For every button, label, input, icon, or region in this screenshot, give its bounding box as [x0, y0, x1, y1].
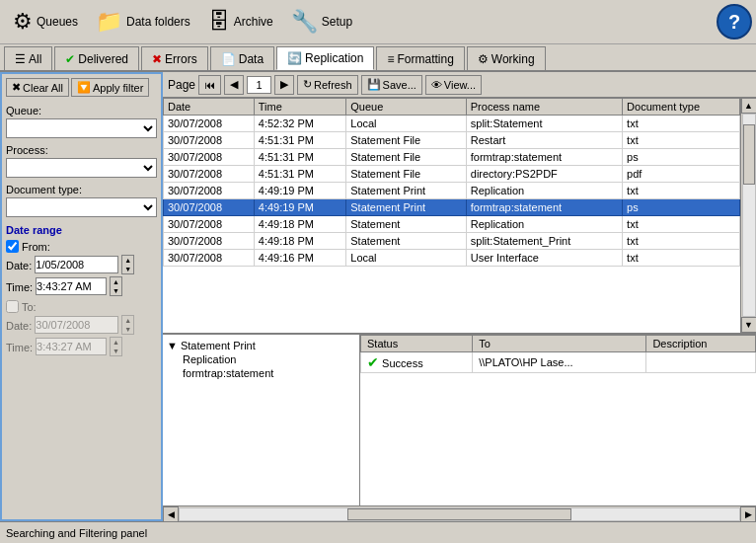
- from-time-spinner[interactable]: ▲▼: [110, 276, 122, 296]
- tab-all[interactable]: ☰ All: [4, 46, 52, 70]
- cell-process: Restart: [466, 132, 622, 149]
- scroll-up-button[interactable]: ▲: [741, 98, 757, 114]
- from-checkbox[interactable]: [6, 240, 19, 253]
- process-select[interactable]: [6, 158, 157, 178]
- save-button[interactable]: 💾 Save...: [361, 75, 422, 95]
- tab-working[interactable]: ⚙ Working: [467, 46, 546, 70]
- from-time-input[interactable]: [36, 277, 107, 295]
- view-button[interactable]: 👁 View...: [425, 75, 482, 95]
- clear-all-button[interactable]: ✖ Clear All: [6, 78, 69, 97]
- log-table-container[interactable]: Date Time Queue Process name Document ty…: [163, 98, 740, 333]
- help-button[interactable]: ?: [717, 4, 752, 39]
- cell-doctype: txt: [623, 233, 740, 250]
- doctype-section: Document type:: [6, 182, 157, 217]
- queues-button[interactable]: ⚙ Queues: [4, 3, 87, 40]
- date-range-header: Date range: [6, 224, 157, 236]
- to-date-input[interactable]: [35, 316, 118, 334]
- table-row[interactable]: 30/07/2008 4:49:19 PM Statement Print fo…: [164, 199, 740, 216]
- page-next-button[interactable]: ▶: [274, 75, 294, 95]
- from-date-spinner[interactable]: ▲▼: [121, 255, 134, 274]
- doctype-select[interactable]: [6, 197, 157, 217]
- table-row[interactable]: 30/07/2008 4:51:31 PM Statement File dir…: [164, 166, 740, 183]
- page-prev-button[interactable]: ◀: [224, 75, 244, 95]
- cell-date: 30/07/2008: [164, 183, 255, 199]
- filter-actions: ✖ Clear All 🔽 Apply filter: [6, 78, 157, 97]
- cell-queue: Statement: [346, 216, 467, 233]
- detail-status: ✔ Success: [361, 352, 473, 373]
- filter-panel: ✖ Clear All 🔽 Apply filter Queue: Proces…: [0, 72, 163, 521]
- scroll-down-button[interactable]: ▼: [741, 317, 757, 333]
- cell-doctype: ps: [623, 199, 740, 216]
- page-label: Page: [168, 78, 195, 92]
- cell-doctype: ps: [623, 149, 740, 166]
- apply-filter-button[interactable]: 🔽 Apply filter: [71, 78, 149, 97]
- tab-delivered[interactable]: ✔ Delivered: [54, 46, 139, 70]
- scroll-right-button[interactable]: ▶: [740, 506, 756, 522]
- view-icon: 👁: [431, 79, 442, 91]
- tree-formtrap-label: formtrap:statement: [183, 367, 273, 379]
- table-row[interactable]: 30/07/2008 4:49:18 PM Statement Replicat…: [164, 216, 740, 233]
- archive-button[interactable]: 🗄 Archive: [199, 3, 282, 40]
- table-row[interactable]: 30/07/2008 4:51:31 PM Statement File Res…: [164, 132, 740, 149]
- horizontal-scrollbar[interactable]: ◀ ▶: [163, 505, 756, 521]
- from-checkbox-label: From:: [6, 240, 157, 253]
- queue-select[interactable]: [6, 118, 157, 138]
- from-date-row: Date: ▲▼: [6, 255, 157, 274]
- log-table: Date Time Queue Process name Document ty…: [163, 98, 740, 267]
- cell-time: 4:49:18 PM: [254, 233, 346, 250]
- hscroll-thumb[interactable]: [347, 508, 571, 520]
- cell-date: 30/07/2008: [164, 116, 255, 132]
- to-time-input[interactable]: [36, 338, 107, 355]
- tab-data[interactable]: 📄 Data: [210, 46, 274, 70]
- tree-item-statement-print[interactable]: ▼ Statement Print: [167, 339, 355, 352]
- table-row[interactable]: 30/07/2008 4:49:19 PM Statement Print Re…: [164, 183, 740, 199]
- cell-date: 30/07/2008: [164, 250, 255, 267]
- scroll-track[interactable]: [742, 114, 756, 317]
- table-row[interactable]: 30/07/2008 4:51:31 PM Statement File for…: [164, 149, 740, 166]
- refresh-button[interactable]: ↻ Refresh: [297, 75, 358, 95]
- delivered-icon: ✔: [65, 52, 75, 66]
- toolbar: ⚙ Queues 📁 Data folders 🗄 Archive 🔧 Setu…: [0, 0, 756, 44]
- to-checkbox[interactable]: [6, 300, 19, 313]
- table-row[interactable]: 30/07/2008 4:49:18 PM Statement split:St…: [164, 233, 740, 250]
- tab-errors[interactable]: ✖ Errors: [141, 46, 208, 70]
- to-date-spinner: ▲▼: [121, 315, 134, 335]
- table-row[interactable]: 30/07/2008 4:52:32 PM Local split:Statem…: [164, 116, 740, 132]
- date-range-label: Date range: [6, 224, 62, 236]
- tab-replication[interactable]: 🔄 Replication: [276, 46, 374, 70]
- tree-item-formtrap[interactable]: formtrap:statement: [183, 366, 355, 380]
- page-first-button[interactable]: ⏮: [198, 75, 221, 95]
- all-icon: ☰: [15, 52, 26, 66]
- table-row[interactable]: 30/07/2008 4:49:16 PM Local User Interfa…: [164, 250, 740, 267]
- tab-formatting[interactable]: ≡ Formatting: [376, 46, 464, 70]
- working-icon: ⚙: [478, 52, 489, 66]
- page-number-input[interactable]: [247, 76, 271, 94]
- detail-panel: Status To Description ✔ Success \\PLATO\…: [360, 335, 756, 505]
- refresh-icon: ↻: [303, 78, 312, 91]
- cell-queue: Statement: [346, 233, 467, 250]
- data-folders-label: Data folders: [126, 15, 190, 29]
- hscroll-track[interactable]: [179, 507, 740, 521]
- vertical-scrollbar[interactable]: ▲ ▼: [740, 98, 756, 333]
- scroll-left-button[interactable]: ◀: [163, 506, 179, 522]
- to-section: To: Date: ▲▼ Time: ▲▼: [6, 300, 157, 356]
- tree-replication-label: Replication: [183, 353, 236, 365]
- to-checkbox-label: To:: [6, 300, 157, 313]
- setup-icon: 🔧: [291, 9, 318, 35]
- archive-label: Archive: [234, 15, 273, 29]
- scroll-thumb[interactable]: [743, 124, 755, 185]
- queue-label: Queue:: [6, 105, 157, 116]
- table-area: Date Time Queue Process name Document ty…: [163, 98, 756, 333]
- folder-icon: 📁: [96, 9, 122, 35]
- cell-process: formtrap:statement: [466, 149, 622, 166]
- cell-time: 4:51:31 PM: [254, 132, 346, 149]
- setup-button[interactable]: 🔧 Setup: [282, 3, 361, 40]
- to-time-spinner: ▲▼: [110, 337, 122, 356]
- tree-item-replication[interactable]: Replication: [183, 352, 355, 366]
- data-folders-button[interactable]: 📁 Data folders: [87, 3, 199, 40]
- from-date-input[interactable]: [35, 256, 118, 273]
- from-time-row: Time: ▲▼: [6, 276, 157, 296]
- cell-queue: Local: [346, 116, 467, 132]
- queues-label: Queues: [37, 15, 78, 29]
- detail-col-to: To: [473, 336, 646, 352]
